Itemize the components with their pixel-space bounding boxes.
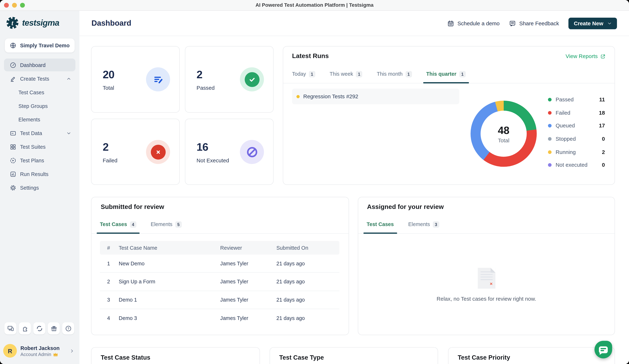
test-case-status-panel: Test Case Status — [91, 347, 260, 364]
failed-x-icon — [146, 140, 170, 164]
legend-item: Running 2 — [548, 145, 605, 158]
donut-total-label: Total — [498, 137, 509, 143]
gift-icon — [50, 325, 57, 332]
tab-elements[interactable]: Elements 3 — [405, 220, 442, 233]
share-feedback-button[interactable]: Share Feedback — [509, 20, 559, 27]
legend-item: Not executed 0 — [548, 158, 605, 172]
legend-item: Failed 18 — [548, 106, 605, 119]
chat-widget-button[interactable] — [595, 341, 612, 358]
pencil-icon — [10, 75, 16, 82]
run-status-dot — [297, 95, 300, 98]
tab-count-badge: 5 — [175, 221, 181, 228]
sidebar-item-test-suites[interactable]: Test Suites — [4, 140, 75, 153]
stat-value: 2 — [103, 141, 109, 153]
legend-dot — [548, 150, 552, 154]
passed-check-icon — [240, 67, 264, 91]
legend-item: Stopped 0 — [548, 132, 605, 145]
tab-today[interactable]: Today 1 — [289, 70, 318, 83]
sync-spinner-icon — [36, 325, 43, 332]
runs-donut-chart: 48 Total — [471, 101, 537, 167]
help-button[interactable]: ? — [62, 322, 74, 334]
view-reports-link[interactable]: View Reports — [566, 53, 606, 59]
assigned-title: Assigned for your review — [367, 203, 444, 211]
user-name: Robert Jackson — [20, 345, 66, 351]
brand-logo[interactable]: t testsigma — [0, 11, 79, 30]
test-case-priority-title: Test Case Priority — [458, 354, 510, 361]
sidebar-item-label: Test Data — [20, 130, 42, 136]
user-menu[interactable]: R Robert Jackson Account Admin — [0, 340, 79, 364]
calendar-icon — [448, 20, 454, 27]
submitted-tabs: Test Cases 4 Elements 5 — [91, 220, 348, 234]
macos-titlebar: AI Powered Test Automation Platform | Te… — [0, 0, 629, 11]
create-new-button[interactable]: Create New — [569, 17, 617, 29]
tab-count-badge: 1 — [459, 71, 466, 77]
external-link-icon — [600, 53, 606, 59]
sidebar-item-elements[interactable]: Elements — [4, 113, 75, 126]
help-icon: ? — [65, 325, 72, 332]
sidebar-item-label: Elements — [18, 117, 40, 122]
tab-this-quarter[interactable]: This quarter 1 — [423, 70, 469, 83]
chevron-down-icon — [607, 21, 612, 25]
workspace-switcher[interactable]: Simply Travel Demo — [5, 38, 74, 52]
schedule-demo-button[interactable]: Schedule a demo — [448, 20, 500, 27]
devices-button[interactable] — [4, 322, 16, 334]
testsigma-logo-icon: t — [6, 16, 19, 30]
tab-test-cases[interactable]: Test Cases 4 — [97, 220, 140, 233]
tab-count-badge: 1 — [356, 71, 362, 77]
tab-test-cases[interactable]: Test Cases — [363, 220, 397, 233]
sidebar-tools: ? — [0, 322, 79, 334]
stat-card-passed[interactable]: 2 Passed — [185, 46, 274, 113]
table-header: # Test Case Name Reviewer Submitted On — [100, 241, 339, 255]
puzzle-icon — [21, 325, 28, 332]
tab-elements[interactable]: Elements 5 — [148, 220, 185, 233]
sidebar-item-create-tests[interactable]: Create Tests — [4, 72, 75, 85]
stat-card-failed[interactable]: 2 Failed — [91, 119, 180, 185]
whats-new-button[interactable] — [48, 322, 60, 334]
table-row[interactable]: 2 Sign Up a Form James Tyler 21 days ago — [100, 273, 339, 291]
chevron-right-icon — [69, 348, 75, 354]
grid-icon — [10, 143, 16, 150]
table-row[interactable]: 1 New Demo James Tyler 21 days ago — [100, 255, 339, 273]
stat-card-total[interactable]: 20 Total — [91, 46, 180, 113]
run-list-item[interactable]: Regression Tests #292 — [292, 89, 460, 104]
stat-label: Total — [103, 85, 114, 91]
tab-count-badge: 1 — [405, 71, 412, 77]
legend-dot — [548, 98, 552, 101]
chat-bubble-icon — [599, 346, 608, 353]
sidebar-item-step-groups[interactable]: Step Groups — [4, 99, 75, 112]
legend-item: Passed 11 — [548, 93, 605, 106]
sidebar-item-label: Dashboard — [20, 62, 45, 68]
avatar: R — [3, 344, 17, 358]
gear-icon — [10, 184, 16, 191]
chevron-down-icon — [66, 130, 71, 136]
sidebar-item-test-data[interactable]: Test Data — [4, 127, 75, 139]
app-window: AI Powered Test Automation Platform | Te… — [0, 0, 629, 364]
sidebar: t testsigma Simply Travel Demo Dashboard — [0, 11, 79, 364]
sidebar-item-run-results[interactable]: Run Results — [4, 168, 75, 180]
tab-count-badge: 1 — [309, 71, 315, 77]
table-row[interactable]: 4 Demo 3 James Tyler 21 days ago — [100, 309, 339, 327]
sidebar-item-label: Test Cases — [18, 89, 44, 95]
tab-count-badge: 3 — [433, 221, 439, 228]
sidebar-item-test-cases[interactable]: Test Cases — [4, 86, 75, 99]
sidebar-item-settings[interactable]: Settings — [4, 181, 75, 194]
feedback-icon — [509, 20, 516, 27]
stat-card-not-executed[interactable]: 16 Not Executed — [185, 119, 274, 185]
table-row[interactable]: 3 Demo 1 James Tyler 21 days ago — [100, 291, 339, 309]
tab-this-week[interactable]: This week 1 — [326, 70, 365, 83]
stat-value: 2 — [196, 69, 202, 81]
plugins-button[interactable] — [19, 322, 31, 334]
legend-dot — [548, 124, 552, 127]
submitted-title: Submitted for review — [101, 203, 164, 211]
sidebar-item-dashboard[interactable]: Dashboard — [4, 59, 75, 71]
run-name: Regression Tests #292 — [303, 93, 358, 99]
tab-this-month[interactable]: This month 1 — [373, 70, 415, 83]
empty-document-icon: × — [478, 268, 495, 289]
legend-dot — [548, 137, 552, 141]
sync-button[interactable] — [33, 322, 45, 334]
donut-legend: Passed 11 Failed 18 Queued 17 Stopped 0 — [548, 93, 605, 172]
sidebar-item-test-plans[interactable]: Test Plans — [4, 154, 75, 167]
svg-text:?: ? — [67, 327, 69, 330]
assigned-tabs: Test Cases Elements 3 — [358, 220, 615, 234]
tab-count-badge: 4 — [130, 221, 136, 228]
